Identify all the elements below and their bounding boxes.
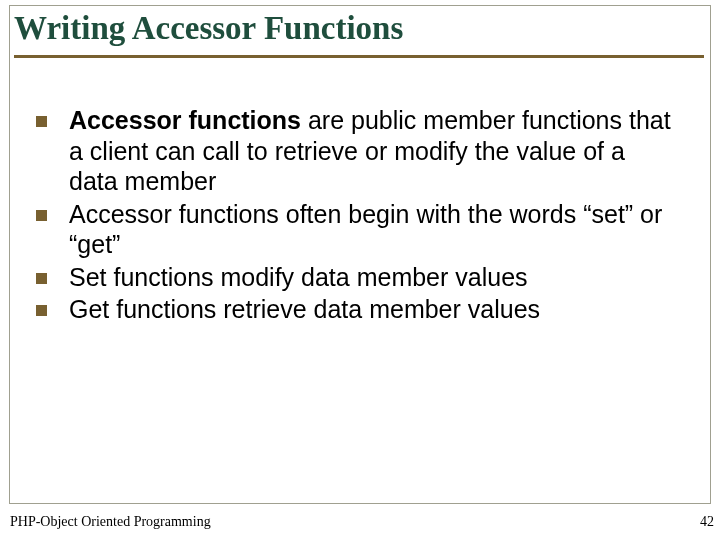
square-bullet-icon: [36, 116, 47, 127]
title-underline: Writing Accessor Functions: [14, 3, 704, 58]
slide: Writing Accessor Functions Accessor func…: [0, 0, 720, 540]
list-item: Accessor functions often begin with the …: [36, 199, 680, 260]
slide-body: Accessor functions are public member fun…: [36, 105, 680, 327]
list-item: Set functions modify data member values: [36, 262, 680, 293]
bullet-text: Get functions retrieve data member value…: [69, 294, 540, 325]
bullet-text: Accessor functions often begin with the …: [69, 199, 680, 260]
bullet-text: Accessor functions are public member fun…: [69, 105, 680, 197]
bullet-text: Set functions modify data member values: [69, 262, 528, 293]
page-number: 42: [700, 514, 714, 530]
footer-topic: PHP-Object Oriented Programming: [10, 514, 211, 530]
list-item: Get functions retrieve data member value…: [36, 294, 680, 325]
bullet-bold: Accessor functions: [69, 106, 301, 134]
square-bullet-icon: [36, 273, 47, 284]
list-item: Accessor functions are public member fun…: [36, 105, 680, 197]
slide-title: Writing Accessor Functions: [14, 3, 704, 49]
square-bullet-icon: [36, 210, 47, 221]
square-bullet-icon: [36, 305, 47, 316]
